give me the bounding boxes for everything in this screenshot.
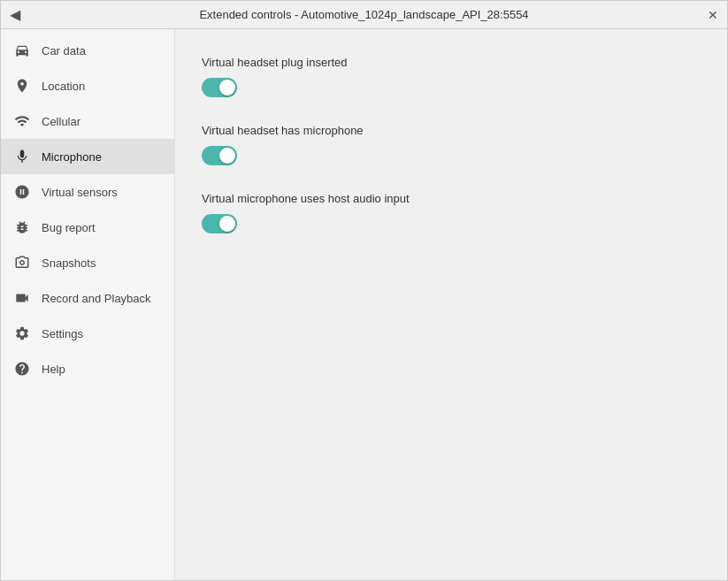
sidebar-label-snapshots: Snapshots: [42, 256, 96, 270]
main-content: Virtual headset plug inserted Virtual he…: [175, 29, 727, 580]
sidebar-item-cellular[interactable]: Cellular: [1, 103, 174, 139]
sidebar-item-snapshots[interactable]: Snapshots: [1, 245, 174, 280]
toggle-thumb-headset-mic: [219, 148, 235, 164]
settings-icon: [13, 325, 31, 342]
sidebar-item-help[interactable]: Help: [1, 351, 174, 386]
toggle-row-headset-mic: Virtual headset has microphone: [202, 124, 701, 165]
sidebar-label-car-data: Car data: [42, 44, 86, 57]
sidebar-label-record-playback: Record and Playback: [42, 292, 151, 305]
sidebar-label-help: Help: [42, 363, 65, 376]
location-icon: [13, 77, 31, 95]
sidebar: Car data Location Cellular: [1, 29, 175, 580]
toggle-thumb-headset-plug: [219, 80, 235, 96]
sidebar-item-location[interactable]: Location: [1, 68, 174, 103]
close-button[interactable]: ✕: [708, 8, 718, 22]
window: ◀ Extended controls - Automotive_1024p_l…: [0, 0, 728, 581]
toggle-label-host-audio: Virtual microphone uses host audio input: [202, 192, 701, 205]
sidebar-item-bug-report[interactable]: Bug report: [1, 210, 174, 245]
sidebar-label-cellular: Cellular: [42, 115, 80, 128]
toggle-row-headset-plug: Virtual headset plug inserted: [202, 56, 701, 97]
sidebar-label-bug-report: Bug report: [42, 221, 96, 234]
toggle-switch-headset-plug[interactable]: [202, 78, 237, 97]
sidebar-label-settings: Settings: [42, 327, 83, 340]
toggle-track-host-audio: [202, 214, 237, 233]
sidebar-item-virtual-sensors[interactable]: Virtual sensors: [1, 174, 174, 210]
bug-icon: [13, 218, 31, 236]
sidebar-label-virtual-sensors: Virtual sensors: [42, 186, 118, 199]
collapse-button[interactable]: ◀: [10, 6, 20, 23]
microphone-icon: [13, 148, 31, 165]
toggle-switch-host-audio[interactable]: [202, 214, 237, 233]
toggle-label-headset-mic: Virtual headset has microphone: [202, 124, 701, 137]
sidebar-item-record-playback[interactable]: Record and Playback: [1, 280, 174, 316]
snapshots-icon: [13, 254, 31, 271]
help-icon: [13, 360, 31, 378]
record-icon: [13, 289, 31, 307]
toggle-switch-headset-mic[interactable]: [202, 146, 237, 165]
sidebar-label-microphone: Microphone: [42, 150, 102, 164]
toggle-track-headset-plug: [202, 78, 237, 97]
virtual-sensors-icon: [13, 183, 31, 201]
toggle-thumb-host-audio: [219, 216, 235, 232]
toggle-label-headset-plug: Virtual headset plug inserted: [202, 56, 701, 69]
cellular-icon: [13, 112, 31, 130]
sidebar-item-microphone[interactable]: Microphone: [1, 139, 174, 174]
sidebar-item-car-data[interactable]: Car data: [1, 33, 174, 68]
toggle-track-headset-mic: [202, 146, 237, 165]
sidebar-item-settings[interactable]: Settings: [1, 316, 174, 351]
car-icon: [13, 42, 31, 59]
titlebar: ◀ Extended controls - Automotive_1024p_l…: [1, 1, 727, 29]
toggle-row-host-audio: Virtual microphone uses host audio input: [202, 192, 701, 233]
content-area: Car data Location Cellular: [1, 29, 727, 580]
sidebar-label-location: Location: [42, 80, 85, 93]
window-title: Extended controls - Automotive_1024p_lan…: [199, 8, 528, 21]
